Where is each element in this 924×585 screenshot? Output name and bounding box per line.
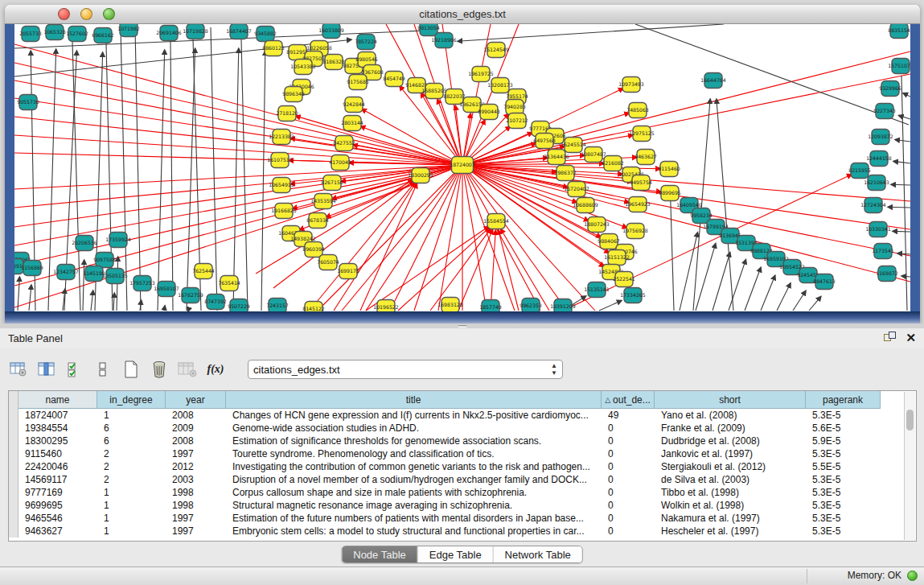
table-cell[interactable]: 0 <box>602 525 655 538</box>
table-cell[interactable]: 0 <box>602 499 655 512</box>
table-cell[interactable]: 2003 <box>166 473 226 486</box>
graph-node[interactable]: 16644784 <box>700 73 726 89</box>
table-cell[interactable]: 5.9E-5 <box>806 435 881 447</box>
table-cell[interactable]: 5.6E-5 <box>806 422 881 435</box>
graph-node[interactable]: 2107212 <box>506 113 528 129</box>
table-cell[interactable]: 6 <box>97 435 166 447</box>
graph-node[interactable]: 8860123 <box>262 41 285 56</box>
table-cell[interactable]: Embryonic stem cells: a model to study s… <box>226 525 602 538</box>
table-cell[interactable]: 1 <box>97 409 166 422</box>
graph-node[interactable]: 1699175 <box>337 264 359 279</box>
panel-divider-grip[interactable] <box>458 325 466 328</box>
graph-node[interactable]: 17957253 <box>129 276 155 291</box>
import-table-icon[interactable] <box>177 359 198 380</box>
table-cell[interactable]: 2012 <box>166 460 226 473</box>
column-header-out_de[interactable]: △out_de... <box>602 391 655 409</box>
graph-node[interactable]: 9242844 <box>343 97 365 113</box>
graph-node[interactable]: 19166825 <box>271 204 297 219</box>
graph-node[interactable]: 10543382 <box>290 60 316 75</box>
graph-node[interactable]: 1071982 <box>117 24 140 37</box>
graph-node[interactable]: 1065328 <box>43 25 66 40</box>
table-cell[interactable]: Disruption of a novel member of a sodium… <box>226 473 602 486</box>
graph-node[interactable]: 7986372 <box>554 166 577 181</box>
row-height-icon[interactable] <box>92 359 113 380</box>
graph-node[interactable]: 1173541 <box>872 244 894 259</box>
table-cell[interactable]: 5.3E-5 <box>806 447 881 460</box>
column-header-name[interactable]: name <box>18 391 97 409</box>
table-cell[interactable]: 1997 <box>166 447 226 460</box>
graph-node[interactable]: 19218986 <box>431 33 457 48</box>
table-cell[interactable]: 22420046 <box>18 460 97 473</box>
graph-node[interactable]: 12093872 <box>868 130 893 145</box>
tab-network-table[interactable]: Network Table <box>494 546 582 562</box>
graph-node[interactable]: 7605074 <box>317 255 339 270</box>
table-cell[interactable]: 1 <box>97 525 166 538</box>
table-cell[interactable]: 5.3E-5 <box>806 473 881 486</box>
table-row[interactable]: 1872400712008Changes of HCN gene express… <box>9 409 904 422</box>
table-row[interactable]: 2242004622012Investigating the contribut… <box>9 460 904 473</box>
graph-node[interactable]: 1156869 <box>21 261 43 276</box>
graph-node[interactable]: 1527602 <box>66 27 88 42</box>
graph-node[interactable]: 6216082 <box>602 156 624 171</box>
table-cell[interactable]: Nakamura et al. (1997) <box>655 512 806 525</box>
graph-node[interactable]: 9345882 <box>254 27 277 42</box>
close-panel-icon[interactable]: ✕ <box>906 332 916 344</box>
table-cell[interactable]: 19384554 <box>18 422 97 435</box>
graph-node[interactable]: 16983128 <box>437 298 463 312</box>
graph-node[interactable]: 9507229 <box>228 299 250 312</box>
table-row[interactable]: 946554611997Estimation of the future num… <box>9 512 904 525</box>
column-header-pagerank[interactable]: pagerank <box>806 391 881 409</box>
table-cell[interactable]: 1 <box>97 512 166 525</box>
table-cell[interactable]: 5.3E-5 <box>806 499 881 512</box>
table-cell[interactable]: 2008 <box>166 435 226 447</box>
table-cell[interactable]: Structural magnetic resonance image aver… <box>226 499 602 512</box>
table-cell[interactable]: 2 <box>97 460 166 473</box>
graph-node[interactable]: 9962353 <box>519 299 542 312</box>
float-panel-icon[interactable] <box>884 332 896 344</box>
graph-node[interactable]: 9097588 <box>93 253 116 268</box>
graph-node[interactable]: 20206536 <box>72 236 97 251</box>
table-cell[interactable]: 5.3E-5 <box>806 525 881 538</box>
graph-node[interactable]: 12724304 <box>860 198 886 213</box>
graph-node[interactable]: 17359924 <box>105 233 131 248</box>
table-cell[interactable]: 9115460 <box>18 447 97 460</box>
table-cell[interactable]: Dudbridge et al. (2008) <box>655 435 806 447</box>
table-cell[interactable]: Wolkin et al. (1998) <box>655 499 806 512</box>
table-cell[interactable]: Estimation of the future numbers of pati… <box>226 512 602 525</box>
graph-node[interactable]: 20691406 <box>156 26 182 41</box>
graph-node[interactable]: 14353594 <box>310 194 336 209</box>
table-cell[interactable]: 5.5E-5 <box>806 460 881 473</box>
table-cell[interactable]: 5.3E-5 <box>806 409 881 422</box>
graph-node[interactable]: 18724007 <box>450 157 475 174</box>
table-cell[interactable]: 0 <box>602 447 655 460</box>
graph-node[interactable]: 7243157 <box>266 299 289 312</box>
graph-node[interactable]: 15751074 <box>888 59 910 74</box>
graph-node[interactable]: 2803144 <box>341 116 363 131</box>
delete-table-icon[interactable] <box>149 359 170 380</box>
graph-node[interactable]: 12213383 <box>269 130 294 145</box>
table-row[interactable]: 1830029562008Estimation of significance … <box>9 435 904 447</box>
table-cell[interactable]: 9465546 <box>18 512 97 525</box>
table-cell[interactable]: 6 <box>97 422 166 435</box>
table-cell[interactable]: 0 <box>602 473 655 486</box>
graph-node[interactable]: 10973493 <box>618 77 644 93</box>
column-header-in_degree[interactable]: in_degree <box>97 391 166 409</box>
table-cell[interactable]: 0 <box>602 460 655 473</box>
table-cell[interactable]: de Silva et al. (2003) <box>655 473 806 486</box>
graph-node[interactable]: 10330341 <box>865 222 891 237</box>
graph-node[interactable]: 8427552 <box>333 136 355 151</box>
tab-node-table[interactable]: Node Table <box>342 546 418 562</box>
column-header-title[interactable]: title <box>226 391 602 409</box>
graph-node[interactable]: 10719828 <box>183 24 208 39</box>
graph-node[interactable]: 8186328 <box>322 55 345 70</box>
table-cell[interactable]: 0 <box>602 422 655 435</box>
graph-node[interactable]: 15584554 <box>483 214 509 229</box>
graph-node[interactable]: 13505135 <box>102 269 128 284</box>
graph-node[interactable]: 7485063 <box>626 103 649 118</box>
graph-node[interactable]: 18807243 <box>584 217 610 233</box>
table-cell[interactable]: 1997 <box>166 512 226 525</box>
graph-node[interactable]: 19619725 <box>468 67 494 82</box>
graph-node[interactable]: 8835154 <box>888 24 910 39</box>
graph-node[interactable]: 16210643 <box>864 175 889 191</box>
table-cell[interactable]: 5.3E-5 <box>806 486 881 499</box>
